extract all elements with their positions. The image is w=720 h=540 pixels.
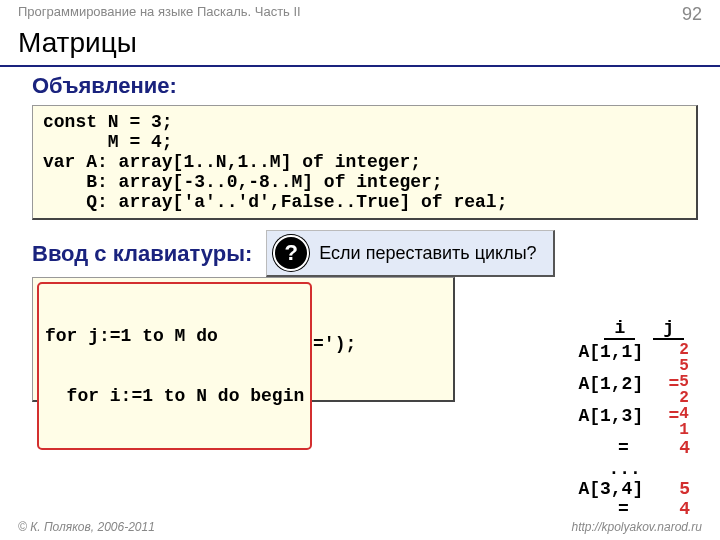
course-label: Программирование на языке Паскаль. Часть… bbox=[18, 4, 301, 25]
label-i: i bbox=[604, 318, 635, 340]
code-declaration: const N = 3; M = 4; var A: array[1..N,1.… bbox=[32, 105, 698, 220]
page-title: Матрицы bbox=[0, 25, 720, 67]
footer-url: http://kpolyakov.narod.ru bbox=[571, 520, 702, 534]
code-highlight: for j:=1 to M do for i:=1 to N do begin bbox=[37, 282, 312, 450]
out-lhs: = bbox=[578, 499, 668, 520]
code-line: const N = 3; bbox=[43, 112, 686, 132]
out-lhs: A[3,4] bbox=[578, 479, 668, 500]
out-val: 5 bbox=[679, 358, 689, 374]
question-callout: ? Если переставить циклы? bbox=[266, 230, 554, 277]
out-lhs: = bbox=[578, 438, 668, 459]
out-val: 5 bbox=[679, 479, 690, 500]
section-declaration: Объявление: bbox=[32, 73, 698, 99]
out-eq: = bbox=[668, 374, 679, 395]
code-line: var A: array[1..N,1..M] of integer; bbox=[43, 152, 686, 172]
out-val: 1 bbox=[679, 422, 689, 438]
section-input: Ввод с клавиатуры: bbox=[32, 241, 252, 267]
out-val: 4 bbox=[679, 406, 689, 422]
label-j: j bbox=[653, 318, 684, 340]
footer-copyright: © К. Поляков, 2006-2011 bbox=[18, 520, 155, 534]
code-line: for i:=1 to N do begin bbox=[45, 386, 304, 406]
out-val: 4 bbox=[679, 499, 690, 520]
question-text: Если переставить циклы? bbox=[319, 243, 536, 264]
page-number: 92 bbox=[682, 4, 702, 25]
code-line: Q: array['a'..'d',False..True] of real; bbox=[43, 192, 686, 212]
out-val: 2 bbox=[679, 390, 689, 406]
out-lhs: A[1,3] bbox=[578, 406, 668, 427]
out-eq: = bbox=[668, 406, 679, 427]
question-icon: ? bbox=[273, 235, 309, 271]
out-lhs: A[1,1] bbox=[578, 342, 668, 363]
code-line: B: array[-3..0,-8..M] of integer; bbox=[43, 172, 686, 192]
out-val: 4 bbox=[679, 438, 690, 459]
code-line: M = 4; bbox=[43, 132, 686, 152]
out-val: 2 bbox=[679, 342, 689, 358]
out-lhs: A[1,2] bbox=[578, 374, 668, 395]
output-column: i j A[1,1] 25 A[1,2]=52 A[1,3]=41 = 4 ..… bbox=[578, 318, 690, 520]
out-val: 5 bbox=[679, 374, 689, 390]
code-line: for j:=1 to M do bbox=[45, 326, 304, 346]
out-dots: ... bbox=[608, 459, 690, 479]
code-input: for j:=1 to M do for i:=1 to N do begin … bbox=[32, 277, 455, 402]
